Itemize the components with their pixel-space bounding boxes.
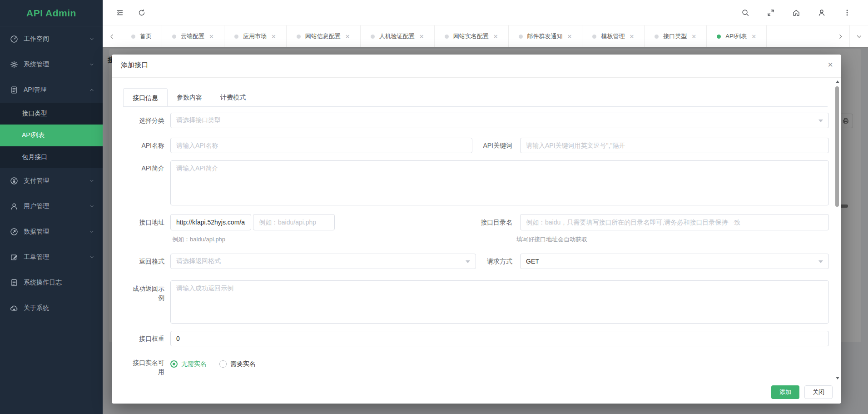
tab-template-mgmt[interactable]: 模板管理 ✕: [582, 25, 645, 47]
category-select[interactable]: 请选择接口类型: [170, 113, 829, 128]
tab-app-market[interactable]: 应用市场 ✕: [224, 25, 287, 47]
sidebar-subitem-label: API列表: [22, 131, 45, 140]
realname-radio-group: 无需实名 需要实名: [170, 360, 256, 368]
gauge-icon: [10, 35, 18, 43]
sidebar-item-tickets[interactable]: 工单管理: [0, 244, 103, 270]
topbar: [103, 0, 868, 25]
sidebar-item-users[interactable]: 用户管理: [0, 194, 103, 219]
api-keywords-input[interactable]: [520, 138, 829, 153]
app-logo: API Admin: [0, 0, 103, 26]
scrollbar-thumb[interactable]: [835, 86, 839, 207]
chevron-down-icon: [89, 36, 94, 42]
sidebar-item-label: 用户管理: [24, 202, 49, 210]
api-keywords-label: API关键词: [467, 141, 512, 150]
sidebar-subitem-api-type[interactable]: 接口类型: [0, 103, 103, 125]
more-vertical-icon[interactable]: [843, 8, 852, 17]
dialog-header: 添加接口 ×: [112, 55, 841, 78]
sidebar-item-label: API管理: [24, 86, 47, 94]
tab-dot: [445, 35, 449, 39]
request-method-select[interactable]: GET: [520, 254, 829, 269]
refresh-icon[interactable]: [137, 8, 146, 17]
collapse-sidebar-icon[interactable]: [115, 8, 124, 17]
sidebar-item-system[interactable]: 系统管理: [0, 52, 103, 77]
user-avatar-icon[interactable]: [817, 8, 826, 17]
chevron-down-icon: [89, 62, 94, 67]
api-url-input[interactable]: [170, 214, 251, 230]
api-dir-input[interactable]: [520, 214, 829, 230]
sidebar-item-api[interactable]: API管理: [0, 77, 103, 103]
tab-captcha-config[interactable]: 人机验证配置 ✕: [361, 25, 435, 47]
chevron-up-icon: [89, 87, 94, 93]
api-name-input[interactable]: [170, 138, 472, 153]
close-icon[interactable]: ×: [828, 60, 833, 69]
api-url-example-input[interactable]: [253, 214, 335, 230]
home-icon[interactable]: [792, 8, 801, 17]
tab-close-icon[interactable]: ✕: [567, 34, 572, 40]
weight-input[interactable]: [170, 331, 829, 346]
return-format-select[interactable]: 请选择返回格式: [170, 254, 476, 269]
tab-api-list[interactable]: API列表 ✕: [707, 25, 767, 47]
sidebar-subitem-api-list[interactable]: API列表: [0, 125, 103, 146]
radio-no-realname[interactable]: 无需实名: [170, 360, 207, 368]
api-dir-helper: 填写好接口地址会自动获取: [516, 235, 587, 244]
sidebar-subitem-monthly-api[interactable]: 包月接口: [0, 146, 103, 168]
dialog-tab-billing[interactable]: 计费模式: [211, 88, 255, 106]
tab-mail-notify[interactable]: 邮件群发通知 ✕: [509, 25, 583, 47]
radio-need-realname[interactable]: 需要实名: [219, 360, 256, 368]
tab-close-icon[interactable]: ✕: [345, 34, 350, 40]
tab-dot: [297, 35, 301, 39]
dialog-tab-params[interactable]: 参数内容: [168, 88, 211, 106]
sidebar-item-syslog[interactable]: 系统操作日志: [0, 270, 103, 295]
api-intro-label: API简介: [124, 164, 164, 173]
tab-close-icon[interactable]: ✕: [419, 34, 424, 40]
tab-dot: [655, 35, 659, 39]
radio-checked-icon: [170, 360, 178, 368]
tab-close-icon[interactable]: ✕: [493, 34, 498, 40]
tab-dot: [234, 35, 238, 39]
tabs-scroll-right-icon[interactable]: [831, 25, 849, 47]
success-example-textarea[interactable]: [170, 280, 829, 324]
page-tabbar: 首页 云端配置 ✕ 应用市场 ✕ 网站信息配置 ✕ 人机验证配置 ✕ 网站实名配…: [103, 25, 868, 48]
tabs-scroll-left-icon[interactable]: [103, 25, 121, 47]
tab-close-icon[interactable]: ✕: [209, 34, 214, 40]
add-button[interactable]: 添加: [771, 385, 799, 399]
sidebar-item-label: 数据管理: [24, 228, 49, 236]
caret-down-icon: [818, 120, 823, 122]
radio-unchecked-icon: [219, 360, 227, 368]
tabs-menu-icon[interactable]: [849, 25, 868, 47]
tab-close-icon[interactable]: ✕: [629, 34, 634, 40]
log-icon: [10, 279, 18, 287]
tab-realname-config[interactable]: 网站实名配置 ✕: [435, 25, 509, 47]
success-example-label: 成功返回示例: [130, 284, 164, 302]
sidebar-item-workspace[interactable]: 工作空间: [0, 26, 103, 52]
dialog-title: 添加接口: [121, 61, 148, 70]
sidebar-submenu-api: 接口类型 API列表 包月接口: [0, 103, 103, 168]
sidebar-item-data[interactable]: 数据管理: [0, 219, 103, 244]
api-intro-textarea[interactable]: [170, 160, 829, 205]
api-dir-label: 接口目录名: [467, 218, 512, 227]
search-icon[interactable]: [741, 8, 750, 17]
sidebar-item-payment[interactable]: 支付管理: [0, 168, 103, 194]
close-button[interactable]: 关闭: [804, 385, 833, 399]
tab-close-icon[interactable]: ✕: [751, 34, 756, 40]
dialog-tab-api-info[interactable]: 接口信息: [123, 88, 168, 106]
sidebar-item-about[interactable]: 关于系统: [0, 295, 103, 321]
realname-label: 接口实名可用: [130, 358, 164, 376]
chevron-down-icon: [89, 178, 94, 184]
fullscreen-icon[interactable]: [766, 8, 775, 17]
yen-icon: [10, 177, 18, 185]
sidebar-subitem-label: 包月接口: [22, 153, 47, 161]
tab-site-info-config[interactable]: 网站信息配置 ✕: [287, 25, 361, 47]
tab-close-icon[interactable]: ✕: [271, 34, 276, 40]
weight-label: 接口权重: [124, 334, 164, 343]
scroll-down-icon[interactable]: [836, 377, 839, 379]
tab-close-icon[interactable]: ✕: [691, 34, 696, 40]
api-url-helper: 例如：baidu/api.php: [172, 235, 225, 244]
tab-home[interactable]: 首页: [121, 25, 162, 47]
scroll-up-icon[interactable]: [836, 80, 839, 83]
sidebar-item-label: 关于系统: [24, 304, 49, 312]
data-icon: [10, 228, 18, 236]
category-label: 选择分类: [124, 116, 164, 125]
tab-api-type[interactable]: 接口类型 ✕: [645, 25, 707, 47]
tab-cloud-config[interactable]: 云端配置 ✕: [162, 25, 224, 47]
